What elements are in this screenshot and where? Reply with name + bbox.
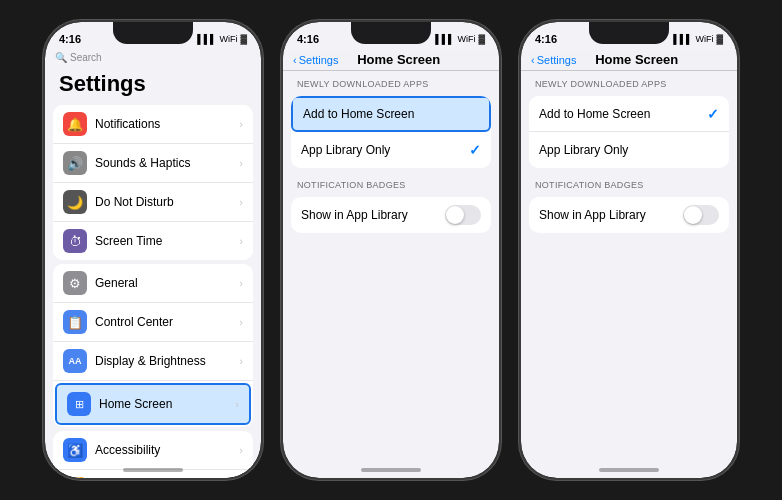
- list-item-screentime[interactable]: ⏱ Screen Time ›: [53, 222, 253, 260]
- show-lib-toggle-3[interactable]: [683, 205, 719, 225]
- show-lib-toggle-2[interactable]: [445, 205, 481, 225]
- list-item-control[interactable]: 📋 Control Center ›: [53, 303, 253, 342]
- list-item-homescreen[interactable]: ⊞ Home Screen ›: [55, 383, 251, 425]
- nav-bar-2: ‹ Settings Home Screen: [283, 50, 499, 71]
- dnd-chevron: ›: [239, 196, 243, 208]
- section-label-2-1: NEWLY DOWNLOADED APPS: [283, 71, 499, 92]
- status-icons-2: ▌▌▌ WiFi ▓: [435, 34, 485, 44]
- dnd-icon: 🌙: [63, 190, 87, 214]
- list-item-sounds[interactable]: 🔊 Sounds & Haptics ›: [53, 144, 253, 183]
- show-lib-label-2: Show in App Library: [301, 208, 445, 222]
- general-icon: ⚙: [63, 271, 87, 295]
- add-home-label-3: Add to Home Screen: [539, 107, 707, 121]
- notifications-icon: 🔔: [63, 112, 87, 136]
- sounds-icon: 🔊: [63, 151, 87, 175]
- accessibility-icon: ♿: [63, 438, 87, 462]
- section-label-3-1: NEWLY DOWNLOADED APPS: [521, 71, 737, 92]
- list-item-dnd[interactable]: 🌙 Do Not Disturb ›: [53, 183, 253, 222]
- notch-3: [589, 22, 669, 44]
- screentime-chevron: ›: [239, 235, 243, 247]
- homescreen-group-2-2: Show in App Library: [291, 197, 491, 233]
- wallpaper-icon: 🌸: [63, 477, 87, 478]
- notch-1: [113, 22, 193, 44]
- homescreen-label: Home Screen: [99, 397, 235, 411]
- phone-2: 4:16 ▌▌▌ WiFi ▓ ‹ Settings Home Screen N…: [281, 20, 501, 480]
- accessibility-label: Accessibility: [95, 443, 239, 457]
- display-icon: AA: [63, 349, 87, 373]
- battery-icon-2: ▓: [478, 34, 485, 44]
- phone-2-screen: 4:16 ▌▌▌ WiFi ▓ ‹ Settings Home Screen N…: [283, 22, 499, 478]
- add-home-label-2: Add to Home Screen: [303, 107, 479, 121]
- home-indicator-3: [599, 468, 659, 472]
- status-time-2: 4:16: [297, 33, 319, 45]
- list-item-show-lib-3[interactable]: Show in App Library: [529, 197, 729, 233]
- app-library-label-2: App Library Only: [301, 143, 469, 157]
- homescreen-group-3-2: Show in App Library: [529, 197, 729, 233]
- back-chevron-3: ‹: [531, 54, 535, 66]
- control-label: Control Center: [95, 315, 239, 329]
- search-icon-1: 🔍: [55, 52, 67, 63]
- list-item-app-library-2[interactable]: App Library Only ✓: [291, 132, 491, 168]
- status-time-1: 4:16: [59, 33, 81, 45]
- list-item-add-home-2[interactable]: Add to Home Screen: [291, 96, 491, 132]
- nav-bar-3: ‹ Settings Home Screen: [521, 50, 737, 71]
- status-icons-3: ▌▌▌ WiFi ▓: [673, 34, 723, 44]
- general-label: General: [95, 276, 239, 290]
- list-item-notifications[interactable]: 🔔 Notifications ›: [53, 105, 253, 144]
- wifi-icon-1: WiFi: [219, 34, 237, 44]
- settings-group-1: 🔔 Notifications › 🔊 Sounds & Haptics › 🌙…: [53, 105, 253, 260]
- section-label-3-2: NOTIFICATION BADGES: [521, 172, 737, 193]
- show-lib-label-3: Show in App Library: [539, 208, 683, 222]
- phone-1: 4:16 ▌▌▌ WiFi ▓ 🔍 Search Settings 🔔 Noti…: [43, 20, 263, 480]
- back-chevron-2: ‹: [293, 54, 297, 66]
- list-item-add-home-3[interactable]: Add to Home Screen ✓: [529, 96, 729, 132]
- signal-icon-3: ▌▌▌: [673, 34, 692, 44]
- search-label-1: Search: [70, 52, 102, 63]
- phone-3-screen: 4:16 ▌▌▌ WiFi ▓ ‹ Settings Home Screen N…: [521, 22, 737, 478]
- app-library-check-2: ✓: [469, 142, 481, 158]
- accessibility-chevron: ›: [239, 444, 243, 456]
- homescreen-group-3-1: Add to Home Screen ✓ App Library Only: [529, 96, 729, 168]
- list-item-accessibility[interactable]: ♿ Accessibility ›: [53, 431, 253, 470]
- notch-2: [351, 22, 431, 44]
- status-icons-1: ▌▌▌ WiFi ▓: [197, 34, 247, 44]
- phone-3: 4:16 ▌▌▌ WiFi ▓ ‹ Settings Home Screen N…: [519, 20, 739, 480]
- sounds-chevron: ›: [239, 157, 243, 169]
- wifi-icon-3: WiFi: [695, 34, 713, 44]
- battery-icon-3: ▓: [716, 34, 723, 44]
- settings-title-1: Settings: [45, 65, 261, 101]
- home-indicator-1: [123, 468, 183, 472]
- battery-icon-1: ▓: [240, 34, 247, 44]
- signal-icon-2: ▌▌▌: [435, 34, 454, 44]
- phone-1-screen: 4:16 ▌▌▌ WiFi ▓ 🔍 Search Settings 🔔 Noti…: [45, 22, 261, 478]
- general-chevron: ›: [239, 277, 243, 289]
- list-item-display[interactable]: AA Display & Brightness ›: [53, 342, 253, 381]
- wifi-icon-2: WiFi: [457, 34, 475, 44]
- dnd-label: Do Not Disturb: [95, 195, 239, 209]
- homescreen-chevron: ›: [235, 398, 239, 410]
- homescreen-icon: ⊞: [67, 392, 91, 416]
- home-indicator-2: [361, 468, 421, 472]
- display-chevron: ›: [239, 355, 243, 367]
- sounds-label: Sounds & Haptics: [95, 156, 239, 170]
- section-label-2-2: NOTIFICATION BADGES: [283, 172, 499, 193]
- signal-icon-1: ▌▌▌: [197, 34, 216, 44]
- nav-title-3: Home Screen: [546, 52, 727, 67]
- screentime-label: Screen Time: [95, 234, 239, 248]
- app-library-label-3: App Library Only: [539, 143, 719, 157]
- list-item-show-lib-2[interactable]: Show in App Library: [291, 197, 491, 233]
- list-item-general[interactable]: ⚙ General ›: [53, 264, 253, 303]
- status-time-3: 4:16: [535, 33, 557, 45]
- nav-title-2: Home Screen: [308, 52, 489, 67]
- add-home-check-3: ✓: [707, 106, 719, 122]
- search-bar-1[interactable]: 🔍 Search: [45, 50, 261, 65]
- notifications-chevron: ›: [239, 118, 243, 130]
- screentime-icon: ⏱: [63, 229, 87, 253]
- list-item-app-library-3[interactable]: App Library Only: [529, 132, 729, 168]
- display-label: Display & Brightness: [95, 354, 239, 368]
- control-icon: 📋: [63, 310, 87, 334]
- settings-group-2: ⚙ General › 📋 Control Center › AA Displa…: [53, 264, 253, 427]
- control-chevron: ›: [239, 316, 243, 328]
- notifications-label: Notifications: [95, 117, 239, 131]
- homescreen-group-2-1: Add to Home Screen App Library Only ✓: [291, 96, 491, 168]
